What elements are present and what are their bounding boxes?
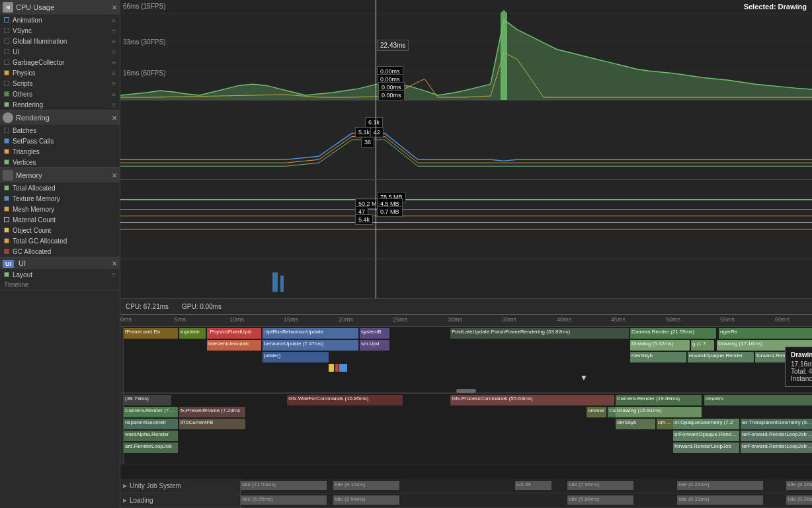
rendering-section-header[interactable]: Rendering ✕: [0, 110, 120, 125]
opaque-geom-r[interactable]: er.OpaqueGeometry (7.2: [673, 419, 739, 429]
drawing-render[interactable]: Drawing (16.91ms): [616, 407, 702, 417]
gi-label: Global Illumination: [13, 38, 67, 45]
transparent-geom-r[interactable]: ler.TransparentGeometry (9.04: [741, 419, 812, 429]
cam-render-r1[interactable]: Camera.Render (19.68ms): [616, 395, 702, 405]
unity-job-label[interactable]: ▶ Unity Job System: [120, 479, 241, 493]
behaviour-block[interactable]: behaviorUpdate (7.47ms): [263, 340, 358, 351]
vertices-color: [4, 159, 9, 165]
legend-scripts: Scripts ≡: [0, 78, 120, 89]
main-thread-row: fFrame and Ea erpolate .PhysicsFixedUpd:…: [120, 327, 812, 393]
fwd-loop-r[interactable]: ard.RenderLoopJob: [124, 443, 178, 453]
render-skyb-main[interactable]: rderSkyb: [630, 352, 686, 362]
cpu-chart[interactable]: Selected: Drawing 66ms (15FPS) 33ms (30F…: [120, 0, 812, 101]
fwd-loop-r3[interactable]: forward.RenderLoopJob: [673, 443, 739, 453]
total-gc-label: Total GC Allocated: [13, 237, 67, 245]
unity-job-text: Unity Job System: [130, 482, 181, 489]
batches-color: [4, 128, 9, 133]
total-gc-color: [4, 238, 9, 243]
fwd-loop-r4[interactable]: terForward.RenderLoopJob (9.0: [741, 443, 812, 453]
rendering-chart-svg: [120, 101, 812, 179]
fwd-opaque-r[interactable]: erForwardOpaque.Render (9.02: [673, 431, 739, 441]
fwd-alpha[interactable]: wardAlpha.Render: [124, 431, 178, 441]
main-thread-content[interactable]: fFrame and Ea erpolate .PhysicsFixedUpd:…: [124, 327, 812, 392]
total-alloc-label: Total Allocated: [13, 185, 56, 192]
memory-section-header[interactable]: Memory ✕: [0, 168, 120, 183]
rendering-close-btn[interactable]: ✕: [112, 114, 117, 122]
timeline-section: CPU: 67.21ms GPU: 0.00ms 0ms 5ms 10ms 15…: [120, 299, 812, 508]
rendering-legend-items: Batches SetPass Calls Triangles Vertices: [0, 125, 120, 167]
memory-legend-items: Total Allocated Texture Memory Mesh Memo…: [0, 183, 120, 257]
ui-legend-items: Layout ≡: [0, 269, 120, 280]
scripts-label: Scripts: [13, 80, 33, 87]
small-2[interactable]: [335, 364, 339, 372]
loading-label[interactable]: ▶ Loading: [120, 493, 241, 507]
gfx-wait[interactable]: Gfx.WaitForCommands (10.85ms): [287, 395, 403, 405]
setpass-color: [4, 138, 9, 144]
fwd-loop-r2[interactable]: terForward.RenderLoopJob (9.0: [741, 431, 812, 441]
svg-rect-5: [120, 101, 812, 179]
skyb-render[interactable]: derSkyb: [616, 419, 655, 429]
memory-chart[interactable]: 78.5 MB 50.2 MB 4.5 MB 47 0.7 MB 5.4k: [120, 180, 812, 259]
triangles-label: Triangles: [13, 148, 40, 155]
ommar-1[interactable]: ommar: [587, 407, 606, 417]
vehicle-block[interactable]: lateVehiclemulatc: [207, 340, 261, 351]
cam-render-r2[interactable]: Camera.Render (7.97ms): [124, 407, 178, 417]
smupd-block[interactable]: sm.Upd: [360, 340, 389, 351]
pdate-block[interactable]: pdate(): [263, 352, 329, 362]
physics-block[interactable]: .PhysicsFixedUpd:: [207, 328, 261, 339]
transparent-geom[interactable]: nsparentGeometr: [124, 419, 178, 429]
unity-job-arrow: ▶: [123, 483, 127, 489]
loading-row[interactable]: ▶ Loading Idle (9.95ms) Idle (9.54ms) Id…: [120, 493, 812, 508]
small-3[interactable]: [339, 364, 347, 372]
cpu-stat-value: 67.21ms: [143, 303, 169, 310]
cpu-chart-svg: [120, 0, 812, 100]
ommar-2[interactable]: ommar: [657, 419, 673, 429]
nger-block[interactable]: ngerRe: [719, 328, 812, 339]
gpu-stat: GPU: 0.00ms: [182, 303, 222, 310]
unity-job-row[interactable]: ▶ Unity Job System Idle (11.54ms) Idle (…: [120, 479, 812, 493]
physics-color: [4, 70, 9, 75]
systemB-block[interactable]: systemB: [360, 328, 389, 339]
mesh-mem-label: Mesh Memory: [13, 206, 54, 213]
svg-rect-14: [280, 276, 284, 292]
g1-block[interactable]: g (1.7: [691, 340, 714, 351]
timeline-header: CPU: 67.21ms GPU: 0.00ms: [120, 299, 812, 315]
hit-current[interactable]: ltToCurrentFB: [179, 419, 245, 429]
timeline-body[interactable]: fFrame and Ea erpolate .PhysicsFixedUpd:…: [120, 327, 812, 479]
render-39ms[interactable]: (39.73ms): [124, 395, 171, 405]
tick-20ms: 20ms: [339, 316, 353, 323]
small-1[interactable]: [329, 364, 334, 372]
ui-chart[interactable]: 1ms (1000FPS): [120, 259, 812, 299]
animation-color: [4, 17, 9, 22]
memory-section-title: Memory: [16, 171, 42, 179]
fwdopaque-main[interactable]: erwardOpaque.Render: [688, 352, 754, 362]
gpu-stat-label: GPU:: [182, 303, 198, 310]
camera-render-1[interactable]: Camera.Render (21.55ms): [630, 328, 716, 339]
render-thread-content[interactable]: (39.73ms) Gfx.WaitForCommands (10.85ms) …: [124, 394, 812, 464]
rendering-chart[interactable]: 6.1k 5.1k 42 36: [120, 101, 812, 180]
extrapolate-block[interactable]: erpolate: [179, 328, 206, 339]
memory-close-btn[interactable]: ✕: [112, 172, 117, 179]
cpu-section-header[interactable]: ⊞ CPU Usage ✕: [0, 0, 120, 15]
gc-alloc-label: GC Allocated: [13, 248, 51, 255]
postlate-block[interactable]: PostLateUpdate.FinishFrameRendering (33.…: [450, 328, 629, 339]
gpu-stat-value: 0.00ms: [200, 303, 222, 310]
present-frame[interactable]: fx.PresentFrame (7.23ms: [179, 407, 245, 417]
gc-color: [4, 60, 9, 65]
script-block[interactable]: :riptRunBehaviourUpdate: [263, 328, 358, 339]
gc-label: GarbageCollector: [13, 59, 64, 66]
cpu-close-btn[interactable]: ✕: [112, 4, 117, 11]
legend-vsync: VSync ≡: [0, 25, 120, 36]
ui-badge: UI: [3, 260, 14, 268]
ui-close-btn[interactable]: ✕: [112, 260, 117, 267]
tick-40ms: 40ms: [557, 316, 571, 323]
svg-rect-13: [272, 273, 278, 292]
frame-block[interactable]: fFrame and Ea: [124, 328, 178, 339]
legend-total-gc: Total GC Allocated: [0, 235, 120, 246]
gfx-process[interactable]: Gfx.ProcessCommands (55.63ms): [450, 395, 614, 405]
cpu-icon: ⊞: [3, 2, 13, 13]
ui-section-header[interactable]: UI UI ✕: [0, 257, 120, 269]
drawing-block-1[interactable]: Drawing (5.32ms): [630, 340, 690, 351]
tick-10ms: 10ms: [229, 316, 244, 323]
render-tail[interactable]: renders: [704, 395, 812, 405]
